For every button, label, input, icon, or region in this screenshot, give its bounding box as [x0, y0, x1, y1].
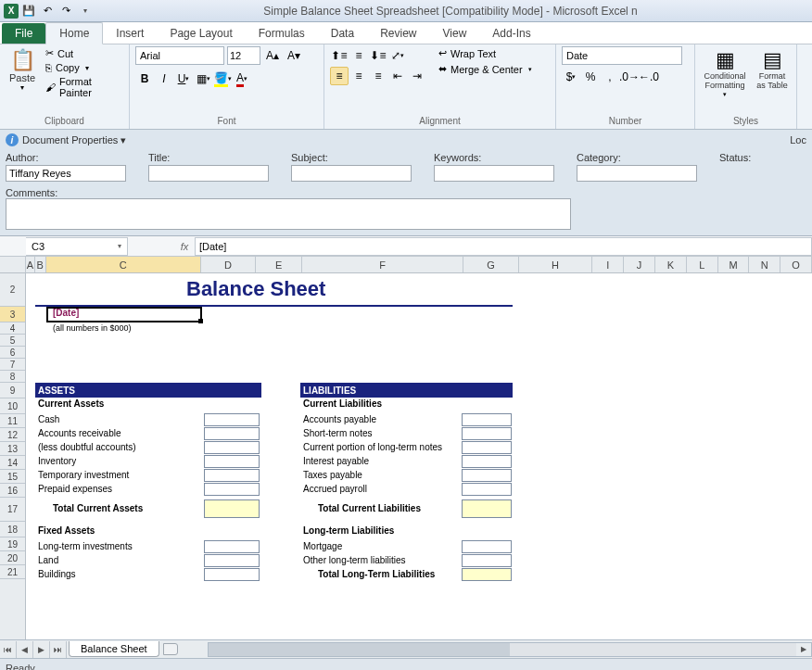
- decrease-font-button[interactable]: A▾: [285, 46, 303, 65]
- keywords-input[interactable]: [434, 165, 554, 182]
- formula-input[interactable]: [195, 237, 812, 256]
- font-size-select[interactable]: [227, 46, 260, 65]
- name-box[interactable]: C3▾: [26, 237, 128, 256]
- row-4[interactable]: 4: [0, 322, 25, 335]
- format-as-table-button[interactable]: ▤ Format as Table: [753, 46, 792, 93]
- select-all-button[interactable]: [0, 257, 26, 272]
- undo-button[interactable]: ↶: [39, 3, 56, 19]
- col-a[interactable]: A: [26, 257, 35, 272]
- accounting-format-button[interactable]: $▾: [562, 68, 580, 86]
- tab-view[interactable]: View: [430, 23, 480, 44]
- worksheet-grid[interactable]: 2 3 4 5 6 7 8 9 10 11 12 13 14 15 16 17 …: [0, 273, 812, 639]
- col-m[interactable]: M: [718, 257, 750, 272]
- number-format-select[interactable]: [562, 46, 682, 65]
- tab-home[interactable]: Home: [45, 22, 103, 44]
- orientation-button[interactable]: ⤢▾: [388, 46, 407, 65]
- row-15[interactable]: 15: [0, 470, 25, 484]
- tab-formulas[interactable]: Formulas: [246, 23, 318, 44]
- row-16[interactable]: 16: [0, 484, 25, 498]
- cl-stn-value[interactable]: [462, 427, 512, 440]
- paste-button[interactable]: 📋 Paste ▾: [6, 46, 39, 94]
- col-c[interactable]: C: [46, 257, 201, 272]
- col-f[interactable]: F: [302, 257, 463, 272]
- col-d[interactable]: D: [201, 257, 257, 272]
- col-j[interactable]: J: [624, 257, 655, 272]
- col-i[interactable]: I: [592, 257, 624, 272]
- cl-ap-value[interactable]: [462, 413, 512, 426]
- total-ca-value[interactable]: [204, 499, 260, 518]
- row-14[interactable]: 14: [0, 456, 25, 470]
- col-b[interactable]: B: [35, 257, 46, 272]
- col-g[interactable]: G: [463, 257, 519, 272]
- col-h[interactable]: H: [519, 257, 593, 272]
- sheet-nav-prev[interactable]: ◀: [17, 641, 33, 658]
- total-cl-value[interactable]: [462, 499, 512, 518]
- ca-cash-value[interactable]: [204, 413, 260, 426]
- row-6[interactable]: 6: [0, 347, 25, 359]
- document-properties-dropdown[interactable]: Document Properties ▾: [22, 134, 126, 146]
- row-2[interactable]: 2: [0, 273, 25, 307]
- increase-indent-button[interactable]: ⇥: [408, 67, 426, 85]
- qat-customize-button[interactable]: [76, 3, 93, 19]
- row-9[interactable]: 9: [0, 383, 25, 398]
- row-20[interactable]: 20: [0, 551, 25, 565]
- scroll-right-arrow[interactable]: ▶: [796, 643, 811, 656]
- sheet-tab-balance-sheet[interactable]: Balance Sheet: [69, 641, 159, 657]
- fa-buildings-value[interactable]: [204, 568, 260, 581]
- cells-area[interactable]: Balance Sheet [Date] (all numbers in $00…: [26, 273, 812, 639]
- tab-page-layout[interactable]: Page Layout: [157, 23, 245, 44]
- font-name-select[interactable]: [135, 46, 224, 65]
- horizontal-scrollbar[interactable]: ◀ ▶: [208, 642, 812, 657]
- cl-curportion-value[interactable]: [462, 441, 512, 454]
- new-sheet-button[interactable]: [163, 643, 180, 656]
- align-top-button[interactable]: ⬆≡: [330, 46, 349, 65]
- redo-button[interactable]: ↷: [57, 3, 74, 19]
- italic-button[interactable]: I: [155, 70, 173, 88]
- author-input[interactable]: [6, 165, 126, 182]
- ca-inventory-value[interactable]: [204, 455, 260, 468]
- row-17[interactable]: 17: [0, 498, 25, 522]
- cl-interest-value[interactable]: [462, 455, 512, 468]
- col-l[interactable]: L: [687, 257, 718, 272]
- scroll-thumb[interactable]: [209, 643, 510, 656]
- format-painter-button[interactable]: 🖌Format Painter: [43, 75, 123, 99]
- comments-input[interactable]: [6, 198, 571, 230]
- decrease-indent-button[interactable]: ⇤: [388, 67, 407, 85]
- bold-button[interactable]: B: [135, 70, 154, 88]
- align-right-button[interactable]: ≡: [369, 67, 387, 85]
- row-11[interactable]: 11: [0, 414, 25, 428]
- title-input[interactable]: [148, 165, 269, 182]
- align-middle-button[interactable]: ≡: [349, 46, 368, 65]
- row-21[interactable]: 21: [0, 565, 25, 579]
- percent-button[interactable]: %: [581, 68, 600, 86]
- row-13[interactable]: 13: [0, 442, 25, 456]
- underline-button[interactable]: U▾: [174, 70, 193, 88]
- conditional-formatting-button[interactable]: ▦ Conditional Formatting ▾: [701, 46, 749, 100]
- fill-color-button[interactable]: 🪣▾: [213, 70, 232, 88]
- font-color-button[interactable]: A▾: [233, 70, 251, 88]
- row-18[interactable]: 18: [0, 522, 25, 537]
- category-input[interactable]: [577, 165, 697, 182]
- row-12[interactable]: 12: [0, 428, 25, 442]
- increase-decimal-button[interactable]: .0→: [620, 68, 639, 86]
- row-10[interactable]: 10: [0, 398, 25, 414]
- decrease-decimal-button[interactable]: ←.0: [640, 68, 658, 86]
- tab-file[interactable]: File: [2, 23, 45, 44]
- subject-input[interactable]: [291, 165, 412, 182]
- cl-payroll-value[interactable]: [462, 483, 512, 496]
- tab-addins[interactable]: Add-Ins: [479, 23, 543, 44]
- row-7[interactable]: 7: [0, 359, 25, 371]
- cl-taxes-value[interactable]: [462, 469, 512, 482]
- lt-mortgage-value[interactable]: [462, 540, 512, 553]
- ca-ar-value[interactable]: [204, 427, 260, 440]
- col-e[interactable]: E: [256, 257, 302, 272]
- border-button[interactable]: ▦▾: [194, 70, 212, 88]
- row-19[interactable]: 19: [0, 537, 25, 551]
- row-5[interactable]: 5: [0, 335, 25, 347]
- col-n[interactable]: N: [749, 257, 780, 272]
- total-lt-value[interactable]: [462, 568, 512, 581]
- fa-land-value[interactable]: [204, 554, 260, 567]
- cell-date[interactable]: [Date]: [50, 308, 82, 318]
- fa-ltinv-value[interactable]: [204, 540, 260, 553]
- align-bottom-button[interactable]: ⬇≡: [369, 46, 387, 65]
